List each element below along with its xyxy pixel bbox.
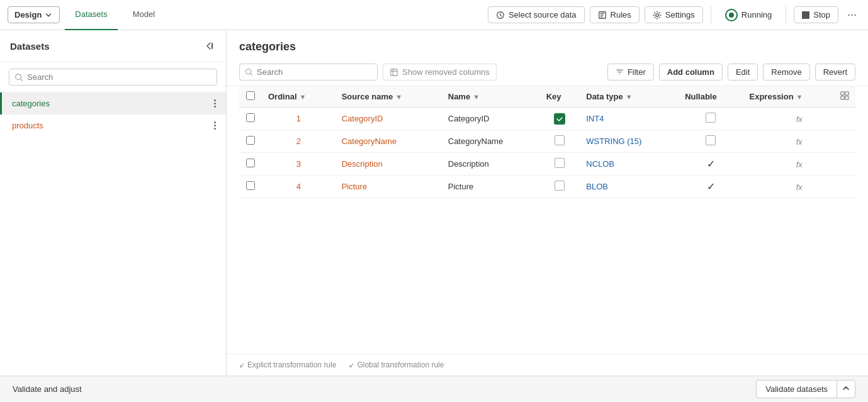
- row3-source-link[interactable]: Description: [342, 159, 383, 169]
- validate-chevron-button[interactable]: [837, 380, 855, 398]
- expression-filter-icon[interactable]: ▼: [796, 93, 803, 101]
- content-area: categories Show removed columns Filter A…: [227, 30, 868, 376]
- key-header: Key: [540, 86, 580, 108]
- row2-ordinal-link[interactable]: 2: [296, 137, 301, 146]
- row4-checkbox[interactable]: [246, 181, 255, 190]
- main-layout: Datasets categories products: [0, 30, 868, 376]
- row4-source-link[interactable]: Picture: [342, 182, 367, 191]
- row1-source-link[interactable]: CategoryID: [342, 114, 383, 123]
- rules-button[interactable]: Rules: [590, 6, 640, 23]
- row1-datatype: INT4: [580, 108, 679, 130]
- row3-expression: fx: [743, 153, 855, 176]
- svg-point-2: [656, 13, 658, 16]
- table-body: 1 CategoryID CategoryID: [239, 108, 855, 198]
- transformation-links: ↙ Explicit transformation rule ↙ Global …: [227, 354, 868, 376]
- row3-checkbox[interactable]: [246, 159, 255, 167]
- row1-fx-icon[interactable]: fx: [796, 114, 803, 124]
- edit-button[interactable]: Edit: [728, 64, 758, 81]
- row1-nullable-empty: [706, 113, 716, 123]
- running-status: Running: [719, 6, 778, 25]
- global-arrow-icon: ↙: [349, 361, 354, 369]
- tab-model[interactable]: Model: [123, 0, 165, 30]
- row2-source-link[interactable]: CategoryName: [342, 137, 397, 146]
- svg-rect-8: [845, 92, 848, 95]
- table-container: Ordinal ▼ Source name ▼: [227, 86, 868, 354]
- row4-fx-icon[interactable]: fx: [796, 182, 803, 192]
- global-transformation-link[interactable]: ↙ Global transformation rule: [349, 360, 444, 369]
- row2-name-text: CategoryName: [448, 137, 503, 146]
- row3-name: Description: [442, 153, 540, 176]
- row1-ordinal: 1: [262, 108, 335, 130]
- revert-button[interactable]: Revert: [815, 64, 855, 81]
- select-all-header: [239, 86, 262, 108]
- sidebar-search-input[interactable]: [27, 72, 211, 82]
- row1-datatype-text: INT4: [586, 114, 604, 123]
- row2-nullable: [679, 130, 743, 153]
- collapse-sidebar-button[interactable]: [202, 39, 216, 53]
- row3-datatype: NCLOB: [580, 153, 679, 176]
- columns-table: Ordinal ▼ Source name ▼: [239, 86, 855, 198]
- sidebar-item-products[interactable]: products: [0, 114, 226, 137]
- validate-section: Validate datasets: [756, 380, 855, 398]
- collapse-icon: [203, 40, 215, 52]
- row1-ordinal-link[interactable]: 1: [296, 114, 301, 123]
- show-removed-columns-button[interactable]: Show removed columns: [383, 64, 497, 81]
- select-all-checkbox[interactable]: [246, 91, 255, 100]
- sidebar: Datasets categories products: [0, 30, 227, 376]
- row2-checkbox[interactable]: [246, 136, 255, 145]
- row3-name-text: Description: [448, 159, 489, 169]
- search-icon: [245, 68, 253, 76]
- row1-checkbox[interactable]: [246, 113, 255, 122]
- tab-datasets[interactable]: Datasets: [65, 0, 117, 30]
- row2-checkbox-cell: [239, 130, 262, 153]
- row3-nullable: ✓: [679, 153, 743, 176]
- sidebar-title: Datasets: [10, 41, 50, 52]
- row2-datatype: WSTRING (15): [580, 130, 679, 153]
- row1-nullable: [679, 108, 743, 130]
- topbar: Design Datasets Model Select source data…: [0, 0, 868, 30]
- row4-checkbox-cell: [239, 176, 262, 198]
- design-dropdown[interactable]: Design: [8, 6, 60, 23]
- table-row: 2 CategoryName CategoryName WSTRING (15: [239, 130, 855, 153]
- add-column-button[interactable]: Add column: [659, 64, 723, 81]
- stop-icon: [802, 11, 809, 19]
- sidebar-item-label: categories: [12, 99, 50, 108]
- content-search-input[interactable]: [257, 67, 372, 77]
- settings-button[interactable]: Settings: [645, 6, 703, 23]
- row4-ordinal-link[interactable]: 4: [296, 182, 301, 191]
- ordinal-filter-icon[interactable]: ▼: [300, 93, 307, 101]
- row2-name: CategoryName: [442, 130, 540, 153]
- row4-datatype-text: BLOB: [586, 182, 608, 191]
- sidebar-item-categories[interactable]: categories: [0, 92, 226, 114]
- source-icon: [496, 11, 505, 20]
- expression-header: Expression ▼: [743, 86, 855, 108]
- validate-datasets-button[interactable]: Validate datasets: [756, 380, 837, 398]
- filter-icon: [616, 68, 624, 76]
- select-source-button[interactable]: Select source data: [488, 6, 585, 23]
- explicit-arrow-icon: ↙: [239, 361, 245, 369]
- name-filter-icon[interactable]: ▼: [473, 93, 480, 101]
- data-type-header: Data type ▼: [580, 86, 679, 108]
- row2-key-empty: [555, 135, 565, 145]
- filter-button[interactable]: Filter: [607, 64, 654, 81]
- row4-datatype: BLOB: [580, 176, 679, 198]
- stop-button[interactable]: Stop: [794, 6, 838, 23]
- svg-rect-10: [845, 96, 848, 99]
- data-type-filter-icon[interactable]: ▼: [626, 93, 633, 101]
- source-name-filter-icon[interactable]: ▼: [395, 93, 402, 101]
- svg-rect-7: [841, 92, 844, 95]
- grid-icon[interactable]: [840, 91, 849, 102]
- nullable-header: Nullable: [679, 86, 743, 108]
- explicit-transformation-link[interactable]: ↙ Explicit transformation rule: [239, 360, 336, 369]
- more-button[interactable]: ···: [843, 6, 860, 24]
- row1-name: CategoryID: [442, 108, 540, 130]
- chevron-down-icon: [44, 11, 53, 20]
- ordinal-header: Ordinal ▼: [262, 86, 335, 108]
- row3-ordinal-link[interactable]: 3: [296, 159, 301, 169]
- categories-menu-button[interactable]: [214, 99, 216, 108]
- remove-button[interactable]: Remove: [763, 64, 809, 81]
- products-menu-button[interactable]: [214, 121, 216, 130]
- table-row: 1 CategoryID CategoryID: [239, 108, 855, 130]
- row3-fx-icon[interactable]: fx: [796, 159, 803, 169]
- row2-fx-icon[interactable]: fx: [796, 137, 803, 147]
